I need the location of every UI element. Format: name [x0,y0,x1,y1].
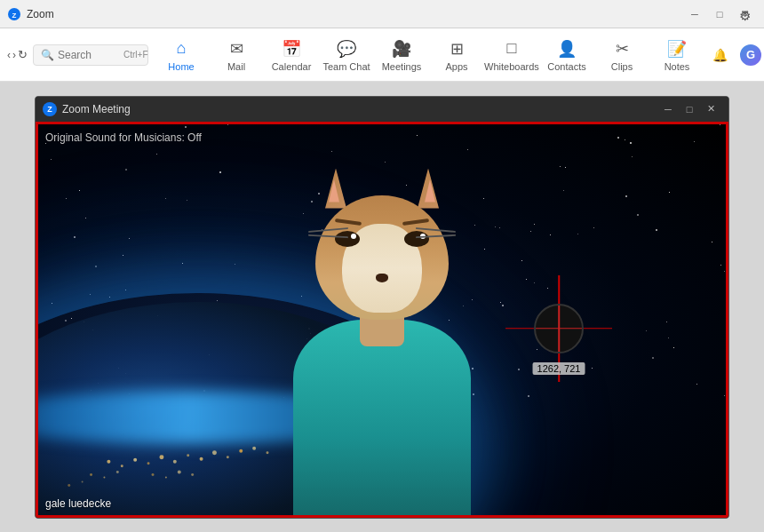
svg-point-21 [165,476,167,478]
star [593,227,594,228]
nav-item-home[interactable]: ⌂ Home [154,32,209,78]
star [219,171,221,173]
nav-item-team-chat[interactable]: 💬 Team Chat [319,32,374,78]
search-box[interactable]: 🔍 Ctrl+F [33,44,148,66]
search-icon: 🔍 [41,49,54,61]
star [500,302,501,303]
head-shape [315,195,449,320]
star [720,124,720,125]
nav-item-notes[interactable]: 📝 Notes [649,32,704,78]
mail-icon: ✉ [226,38,247,60]
meetings-icon: 🎥 [391,38,412,60]
svg-point-15 [116,471,119,473]
main-toolbar: ‹ › ↻ 🔍 Ctrl+F ⌂ Home ✉ Mail 📅 Calendar … [0,28,764,82]
nav-item-calendar[interactable]: 📅 Calendar [264,32,319,78]
minimize-button[interactable]: ─ [682,2,707,27]
team-chat-label: Team Chat [322,61,370,72]
svg-point-9 [200,457,203,460]
calendar-label: Calendar [272,61,312,72]
star [125,169,127,171]
star [550,234,551,235]
mail-label: Mail [227,61,245,72]
star [534,224,535,225]
eye-left [335,231,360,247]
notification-button[interactable]: 🔔 [706,42,733,68]
nav-item-contacts[interactable]: 👤 Contacts [539,32,594,78]
settings-button[interactable]: ⚙ [734,5,755,27]
svg-point-23 [191,473,194,476]
nose [376,274,388,282]
meeting-titlebar: Z Zoom Meeting ─ □ ✕ [36,97,728,122]
svg-text:Z: Z [12,11,17,19]
avatar[interactable]: G [738,43,763,67]
meeting-close-button[interactable]: ✕ [700,99,721,120]
team-chat-icon: 💬 [336,38,357,60]
meetings-label: Meetings [382,61,422,72]
star [79,190,80,191]
char-body [293,320,471,515]
svg-point-7 [173,459,177,463]
star [625,195,627,197]
apps-label: Apps [445,61,467,72]
nav-item-meetings[interactable]: 🎥 Meetings [374,32,429,78]
nav-item-whiteboards[interactable]: □ Whiteboards [484,32,539,78]
star [632,156,633,157]
crosshair-circle [534,304,584,353]
home-label: Home [168,61,194,72]
meeting-minimize-button[interactable]: ─ [657,99,679,120]
nav-items: ⌂ Home ✉ Mail 📅 Calendar 💬 Team Chat 🎥 M… [154,32,704,78]
svg-point-8 [187,454,189,457]
svg-point-12 [239,449,243,452]
refresh-button[interactable]: ↻ [18,42,28,68]
search-shortcut: Ctrl+F [123,50,148,60]
eye-right [404,231,429,247]
star [534,282,535,283]
svg-point-3 [121,465,123,467]
star [526,279,527,280]
svg-point-6 [159,455,163,459]
star [129,238,130,239]
video-area: Original Sound for Musicians: Off gale l… [36,122,728,518]
star [669,192,670,193]
star [417,135,418,136]
svg-point-5 [147,462,150,465]
star [156,154,157,155]
brow-right [402,218,429,225]
search-input[interactable] [58,49,120,61]
star [187,200,187,201]
original-sound-label: Original Sound for Musicians: Off [45,131,202,144]
maximize-button[interactable]: □ [707,2,732,27]
back-button[interactable]: ‹ [7,42,11,68]
os-titlebar: Z Zoom ─ □ ✕ [0,0,764,28]
star [90,294,91,295]
eye-shine-left [351,234,356,239]
nav-item-clips[interactable]: ✂ Clips [594,32,649,78]
star [74,236,76,238]
crosshair-lines [532,302,585,355]
star [630,142,632,144]
whiteboards-label: Whiteboards [484,61,539,72]
forward-button[interactable]: › [12,42,16,68]
meeting-restore-button[interactable]: □ [679,99,700,120]
clips-label: Clips [611,61,633,72]
svg-point-11 [227,456,229,458]
svg-point-22 [178,470,181,473]
star [565,167,566,168]
contacts-label: Contacts [547,61,585,72]
star [560,166,561,167]
star [227,124,228,125]
star [547,288,548,289]
notes-label: Notes [665,61,690,72]
star [694,141,695,142]
star [530,231,531,232]
crosshair-indicator: 1262, 721 [532,302,585,355]
nav-item-mail[interactable]: ✉ Mail [209,32,264,78]
apps-icon: ⊞ [446,38,467,60]
char-head [311,187,453,320]
star [185,126,187,128]
meeting-window[interactable]: Z Zoom Meeting ─ □ ✕ [35,96,729,519]
star [123,255,123,256]
star [577,234,578,234]
app-icon: Z [7,7,21,21]
nav-item-apps[interactable]: ⊞ Apps [429,32,484,78]
